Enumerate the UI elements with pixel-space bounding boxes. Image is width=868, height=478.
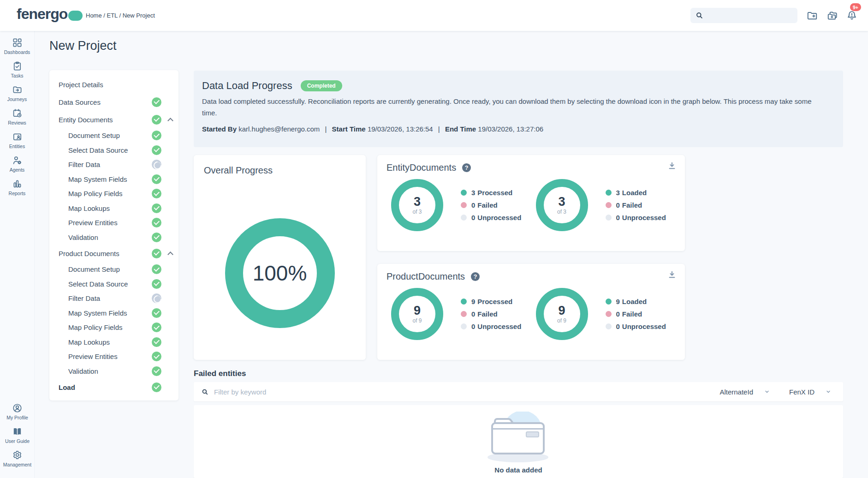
- search-input[interactable]: [707, 12, 793, 19]
- sidebar-item-reviews[interactable]: Reviews: [0, 108, 34, 125]
- donut-of-label: of 9: [412, 317, 422, 324]
- fenergo-logo[interactable]: fenergo: [17, 6, 83, 21]
- step-row[interactable]: Filter Data: [49, 157, 178, 172]
- sidebar-item-reports[interactable]: Reports: [0, 179, 34, 196]
- reviews-icon: [12, 108, 23, 119]
- chevron-up-icon[interactable]: [167, 251, 173, 257]
- legend-item: 0Unprocessed: [461, 214, 521, 221]
- step-label: Validation: [68, 233, 152, 241]
- check-icon: [152, 264, 161, 274]
- download-icon[interactable]: [667, 270, 677, 279]
- step-row[interactable]: Select Data Source: [49, 277, 178, 292]
- download-icon[interactable]: [667, 161, 677, 170]
- step-row[interactable]: Preview Entities: [49, 349, 178, 364]
- step-row[interactable]: Load: [49, 378, 178, 396]
- step-row[interactable]: Map System Fields: [49, 306, 178, 321]
- step-label: Document Setup: [68, 131, 152, 139]
- check-icon: [152, 249, 161, 258]
- app-root: fenergo Home / ETL / New Project 9+ Dash…: [0, 0, 868, 478]
- loaded-donut-group: 3 of 3 3Loaded 0Failed 0Unprocessed: [531, 179, 676, 231]
- chevron-up-icon[interactable]: [167, 118, 173, 124]
- sidebar-item-tasks[interactable]: Tasks: [0, 61, 34, 78]
- step-row[interactable]: Map Lookups: [49, 201, 178, 216]
- breadcrumb[interactable]: Home / ETL / New Project: [86, 12, 155, 19]
- legend-dot-pink: [461, 311, 467, 317]
- legend-item: 0Failed: [606, 201, 666, 209]
- donut-value: 3: [558, 195, 565, 209]
- sidebar-label: Reviews: [8, 120, 26, 125]
- meta-separator: |: [438, 125, 440, 133]
- notifications-bell-icon[interactable]: [846, 10, 858, 22]
- donut-value: 3: [414, 195, 421, 209]
- status-placeholder: [152, 80, 161, 90]
- step-row[interactable]: Project Details: [49, 76, 178, 93]
- in-progress-icon: [152, 293, 161, 303]
- step-row[interactable]: Preview Entities: [49, 215, 178, 230]
- legend-dot-pink: [461, 202, 467, 208]
- legend-dot-pink: [606, 311, 612, 317]
- donut-value: 9: [558, 304, 565, 318]
- step-row[interactable]: Map System Fields: [49, 172, 178, 187]
- step-label: Preview Entities: [68, 353, 152, 360]
- check-icon: [152, 203, 161, 213]
- step-row[interactable]: Map Policy Fields: [49, 320, 178, 335]
- start-time-label: Start Time: [332, 125, 366, 133]
- loaded-donut: 9 of 9: [536, 288, 588, 340]
- step-row[interactable]: Document Setup: [49, 262, 178, 277]
- check-icon: [152, 131, 161, 140]
- help-icon[interactable]: ?: [462, 163, 471, 172]
- reports-icon: [12, 179, 23, 189]
- legend-item: 0Failed: [606, 310, 666, 318]
- failed-entities-filter-bar: AlternateId FenX ID: [194, 382, 843, 401]
- step-row[interactable]: Filter Data: [49, 291, 178, 306]
- check-icon: [152, 337, 161, 347]
- check-icon: [152, 174, 161, 184]
- step-row[interactable]: Validation: [49, 230, 178, 245]
- sidebar-item-user-guide[interactable]: User Guide: [0, 426, 35, 444]
- step-row[interactable]: Validation: [49, 364, 178, 379]
- notification-badge[interactable]: 9+: [850, 3, 861, 11]
- step-label: Select Data Source: [68, 280, 152, 288]
- sidebar-label: Journeys: [7, 96, 27, 102]
- sidebar-item-journeys[interactable]: Journeys: [0, 84, 34, 102]
- step-label: Document Setup: [68, 265, 152, 273]
- donut-value: 9: [414, 304, 421, 318]
- filter-keyword-input[interactable]: [214, 388, 719, 396]
- banner-description: Data load completed successfully. Reconc…: [202, 96, 827, 119]
- step-label: Preview Entities: [68, 219, 152, 227]
- overall-progress-title: Overall Progress: [204, 165, 356, 176]
- sidebar-item-management[interactable]: Management: [0, 450, 35, 467]
- alternateid-dropdown[interactable]: AlternateId: [719, 388, 770, 396]
- step-row[interactable]: Document Setup: [49, 128, 178, 143]
- processed-donut-group: 3 of 3 3Processed 0Failed 0Unprocessed: [386, 179, 531, 231]
- folder-stack-icon[interactable]: [826, 10, 838, 22]
- step-label: Filter Data: [68, 161, 152, 168]
- tasks-icon: [12, 61, 23, 72]
- entities-icon: [12, 131, 23, 142]
- help-icon[interactable]: ?: [471, 272, 480, 281]
- check-icon: [152, 308, 161, 318]
- step-row[interactable]: Product Documents: [49, 245, 178, 262]
- sidebar-item-dashboards[interactable]: Dashboards: [0, 37, 34, 55]
- step-row[interactable]: Map Lookups: [49, 335, 178, 350]
- check-icon: [152, 218, 161, 227]
- sidebar-item-entities[interactable]: Entities: [0, 131, 34, 149]
- check-icon: [152, 115, 161, 125]
- check-icon: [152, 145, 161, 155]
- step-row[interactable]: Data Sources: [49, 93, 178, 111]
- step-row[interactable]: Select Data Source: [49, 143, 178, 158]
- legend-item: 3Loaded: [606, 189, 666, 197]
- step-row[interactable]: Map Policy Fields: [49, 186, 178, 201]
- global-search[interactable]: [690, 8, 797, 23]
- fenx-id-dropdown[interactable]: FenX ID: [789, 388, 831, 396]
- new-folder-icon[interactable]: [806, 10, 818, 22]
- step-label: Entity Documents: [59, 116, 152, 124]
- donut-of-label: of 9: [557, 317, 566, 324]
- sidebar-item-agents[interactable]: Agents: [0, 155, 34, 173]
- sidebar-label: Agents: [10, 167, 25, 173]
- sidebar-item-my-profile[interactable]: My Profile: [0, 403, 35, 420]
- empty-folder-icon: [481, 412, 556, 463]
- status-badge: Completed: [301, 80, 342, 91]
- failed-entities-title: Failed entities: [194, 369, 246, 378]
- step-row[interactable]: Entity Documents: [49, 111, 178, 128]
